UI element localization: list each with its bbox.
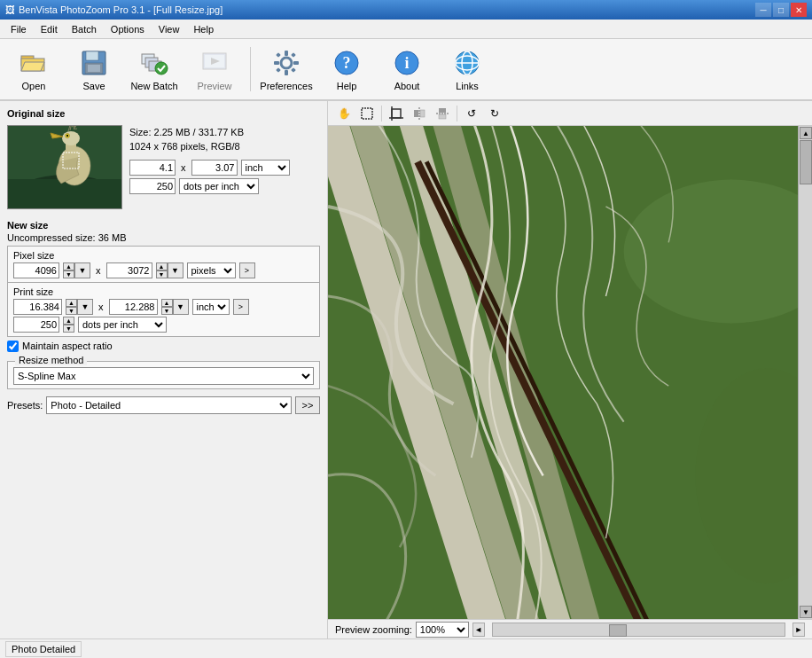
preview-vscrollbar[interactable]: ▲ ▼ <box>798 126 812 619</box>
orig-width-input[interactable] <box>129 160 176 176</box>
svg-rect-45 <box>414 110 418 117</box>
pan-tool-button[interactable]: ✋ <box>333 104 355 123</box>
pixel-width-spin[interactable]: ▲ ▼ ▼ <box>63 262 90 278</box>
menu-batch[interactable]: Batch <box>65 22 104 36</box>
hscroll-right-arrow[interactable]: ► <box>792 623 805 637</box>
flip-v-button[interactable] <box>432 104 453 123</box>
print-advance-btn[interactable]: > <box>233 299 249 315</box>
maximize-button[interactable]: □ <box>773 3 789 17</box>
original-info: Size: 2.25 MB / 331.77 KB 1024 x 768 pix… <box>129 125 320 209</box>
minimize-button[interactable]: ─ <box>755 3 771 17</box>
about-button[interactable]: i About <box>379 43 435 96</box>
svg-point-13 <box>281 58 292 68</box>
presets-select[interactable]: Photo - Detailed Photo - Normal Illustra… <box>46 396 292 414</box>
print-size-box: Print size ▲ ▼ ▼ x ▲ <box>7 283 320 337</box>
new-dpi-input[interactable] <box>13 317 59 333</box>
flip-h-button[interactable] <box>409 104 430 123</box>
open-button[interactable]: Open <box>5 43 62 96</box>
pixel-advance-btn[interactable]: > <box>239 262 255 278</box>
horizontal-scrollbar[interactable] <box>492 623 785 637</box>
svg-rect-46 <box>420 110 425 117</box>
svg-rect-5 <box>88 65 100 72</box>
pixel-height-down[interactable]: ▼ <box>156 270 168 278</box>
save-button[interactable]: Save <box>66 43 122 96</box>
pixel-height-spin[interactable]: ▲ ▼ ▼ <box>156 262 183 278</box>
open-icon <box>18 47 50 78</box>
pixel-width-arrow[interactable]: ▼ <box>74 262 90 278</box>
zoom-select[interactable]: 25%50%75%100%200%400% <box>416 622 469 638</box>
print-width-up[interactable]: ▲ <box>66 299 77 307</box>
aspect-ratio-checkbox[interactable] <box>7 341 19 352</box>
help-button[interactable]: ? Help <box>318 43 375 96</box>
preferences-icon <box>270 47 302 78</box>
pixel-width-input[interactable] <box>13 262 59 278</box>
close-button[interactable]: ✕ <box>791 3 807 17</box>
hscroll-left-arrow[interactable]: ◄ <box>472 623 485 637</box>
vscroll-down-arrow[interactable]: ▼ <box>800 606 812 618</box>
print-width-spin[interactable]: ▲ ▼ ▼ <box>66 299 93 315</box>
orig-height-input[interactable] <box>191 160 238 176</box>
svg-rect-14 <box>285 51 288 56</box>
preview-button[interactable]: Preview <box>186 43 243 96</box>
preferences-button[interactable]: Preferences <box>258 43 315 96</box>
print-height-input[interactable] <box>109 299 158 315</box>
status-section: Photo Detailed <box>5 641 82 657</box>
print-height-spin[interactable]: ▲ ▼ ▼ <box>161 299 189 315</box>
thumbnail <box>7 125 122 209</box>
svg-rect-21 <box>291 67 296 73</box>
pixel-height-input[interactable] <box>106 262 152 278</box>
dpi-up[interactable]: ▲ <box>63 317 74 325</box>
orig-unit-select[interactable]: inchcmmm <box>241 160 290 176</box>
print-height-arrow[interactable]: ▼ <box>173 299 189 315</box>
print-unit-select[interactable]: inchcmmm <box>192 299 230 315</box>
svg-text:?: ? <box>343 54 351 72</box>
app-icon: 🖼 <box>5 4 15 15</box>
rotate-right-button[interactable]: ↻ <box>484 104 505 123</box>
svg-point-9 <box>155 62 168 74</box>
hscroll-thumb[interactable] <box>609 624 627 637</box>
vscroll-thumb[interactable] <box>800 140 812 184</box>
resize-method-select[interactable]: S-Spline Max S-Spline Lanczos Bicubic Bi… <box>13 367 314 385</box>
preferences-label: Preferences <box>260 81 312 91</box>
print-size-label: Print size <box>13 286 314 297</box>
menu-edit[interactable]: Edit <box>34 22 65 36</box>
pixel-unit-select[interactable]: pixelspercent <box>187 262 236 278</box>
print-width-down[interactable]: ▼ <box>66 307 77 315</box>
orig-dpi-input[interactable] <box>129 178 176 194</box>
dpi-down[interactable]: ▼ <box>63 325 74 333</box>
svg-rect-16 <box>274 61 279 65</box>
presets-advance-button[interactable]: >> <box>295 396 320 414</box>
pixel-height-arrow[interactable]: ▼ <box>168 262 183 278</box>
print-height-up[interactable]: ▲ <box>161 299 173 307</box>
svg-rect-42 <box>392 109 401 118</box>
pixel-width-down[interactable]: ▼ <box>63 270 74 278</box>
left-panel: Original size <box>0 101 328 638</box>
print-width-arrow[interactable]: ▼ <box>77 299 93 315</box>
new-dpi-select[interactable]: dots per inchdots per cm <box>78 317 167 333</box>
svg-point-35 <box>62 131 80 145</box>
marquee-tool-button[interactable] <box>356 104 378 123</box>
svg-rect-20 <box>276 67 281 73</box>
print-height-down[interactable]: ▼ <box>161 307 173 315</box>
pixel-height-up[interactable]: ▲ <box>156 262 168 270</box>
links-button[interactable]: Links <box>439 43 496 96</box>
menu-options[interactable]: Options <box>104 22 152 36</box>
pixel-width-up[interactable]: ▲ <box>63 262 74 270</box>
rotate-left-button[interactable]: ↺ <box>461 104 482 123</box>
print-width-input[interactable] <box>13 299 62 315</box>
about-icon: i <box>391 47 423 78</box>
crop-tool-button[interactable] <box>386 104 407 123</box>
pixel-size-box: Pixel size ▲ ▼ ▼ x ▲ <box>7 246 320 283</box>
links-label: Links <box>456 81 479 91</box>
zoom-label: Preview zooming: <box>335 624 412 635</box>
new-batch-button[interactable]: New Batch <box>126 43 183 96</box>
preview-toolbar: ✋ <box>328 101 812 126</box>
orig-dpi-select[interactable]: dots per inchdots per cm <box>179 178 259 194</box>
open-label: Open <box>22 81 46 91</box>
menu-file[interactable]: File <box>4 22 34 36</box>
tool-separator-1 <box>381 106 382 121</box>
menu-help[interactable]: Help <box>186 22 221 36</box>
svg-rect-19 <box>291 52 296 58</box>
vscroll-up-arrow[interactable]: ▲ <box>800 127 812 139</box>
menu-view[interactable]: View <box>152 22 187 36</box>
